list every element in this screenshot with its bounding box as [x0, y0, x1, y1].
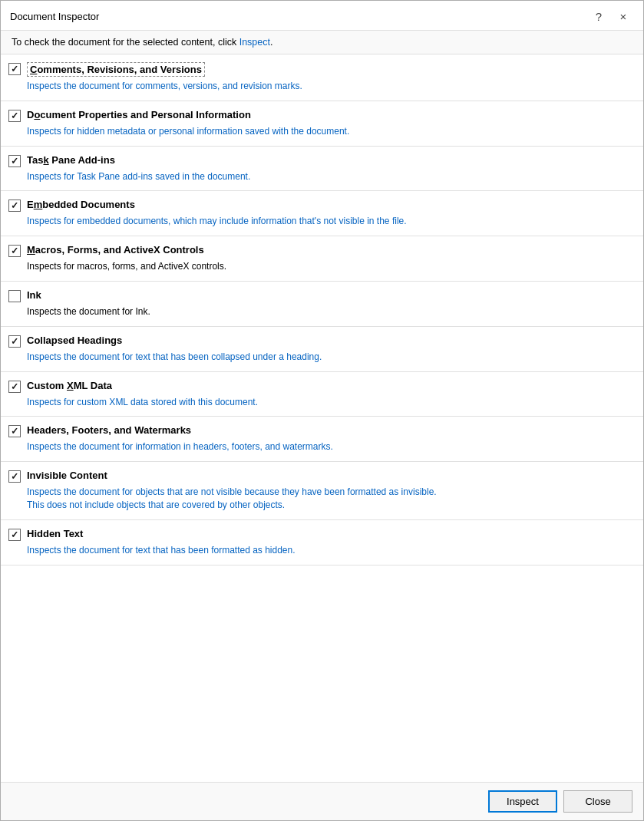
checkbox-headers-footers[interactable]: [8, 425, 21, 437]
checkbox-macros-forms[interactable]: [8, 245, 21, 257]
item-desc-collapsed-headings: Inspects the document for text that has …: [8, 351, 632, 364]
inspect-button[interactable]: Inspect: [488, 790, 557, 813]
item-row-invisible-content: Invisible ContentInspects the document f…: [1, 462, 643, 520]
item-desc-custom-xml: Inspects for custom XML data stored with…: [8, 396, 632, 409]
item-header-hidden-text: Hidden Text: [8, 528, 632, 541]
item-row-macros-forms: Macros, Forms, and ActiveX ControlsInspe…: [1, 236, 643, 282]
checkbox-embedded-docs[interactable]: [8, 199, 21, 212]
item-label-task-pane-addins: Task Pane Add-ins: [27, 154, 115, 166]
item-label-hidden-text: Hidden Text: [27, 528, 83, 539]
checkbox-wrap-embedded-docs: [8, 199, 21, 212]
checkbox-custom-xml[interactable]: [8, 381, 21, 393]
item-desc-macros-forms: Inspects for macros, forms, and ActiveX …: [8, 260, 632, 273]
item-desc-task-pane-addins: Inspects for Task Pane add-ins saved in …: [8, 170, 632, 183]
checkbox-comments-revisions[interactable]: [8, 63, 21, 75]
item-header-invisible-content: Invisible Content: [8, 470, 632, 483]
instruction-bar: To check the document for the selected c…: [1, 31, 643, 54]
item-label-headers-footers: Headers, Footers, and Watermarks: [27, 424, 191, 436]
checkbox-wrap-collapsed-headings: [8, 335, 21, 348]
footer: Inspect Close: [1, 782, 643, 820]
title-controls: ? ×: [588, 7, 634, 25]
item-row-custom-xml: Custom XML DataInspects for custom XML d…: [1, 372, 643, 417]
content-area: Comments, Revisions, and VersionsInspect…: [1, 54, 643, 782]
item-row-ink: InkInspects the document for Ink.: [1, 282, 643, 327]
help-button[interactable]: ?: [588, 7, 609, 25]
document-inspector-dialog: Document Inspector ? × To check the docu…: [0, 0, 644, 821]
checkbox-wrap-hidden-text: [8, 529, 21, 541]
instruction-text: To check the document for the selected c…: [12, 37, 239, 48]
item-label-custom-xml: Custom XML Data: [27, 380, 112, 391]
item-row-doc-properties: Document Properties and Personal Informa…: [1, 101, 643, 147]
checkbox-wrap-headers-footers: [8, 425, 21, 437]
dialog-title: Document Inspector: [10, 11, 99, 22]
item-header-doc-properties: Document Properties and Personal Informa…: [8, 109, 632, 122]
item-header-ink: Ink: [8, 289, 632, 302]
item-label-ink: Ink: [27, 289, 41, 301]
checkbox-wrap-custom-xml: [8, 381, 21, 393]
item-row-task-pane-addins: Task Pane Add-insInspects for Task Pane …: [1, 147, 643, 192]
checkbox-hidden-text[interactable]: [8, 529, 21, 541]
close-button[interactable]: Close: [563, 790, 632, 813]
item-desc-doc-properties: Inspects for hidden metadata or personal…: [8, 125, 632, 138]
item-label-invisible-content: Invisible Content: [27, 470, 107, 481]
item-row-embedded-docs: Embedded DocumentsInspects for embedded …: [1, 191, 643, 236]
item-header-comments-revisions: Comments, Revisions, and Versions: [8, 62, 632, 77]
item-desc-headers-footers: Inspects the document for information in…: [8, 440, 632, 453]
checkbox-task-pane-addins[interactable]: [8, 155, 21, 167]
item-header-collapsed-headings: Collapsed Headings: [8, 335, 632, 348]
item-header-headers-footers: Headers, Footers, and Watermarks: [8, 424, 632, 437]
item-row-hidden-text: Hidden TextInspects the document for tex…: [1, 520, 643, 565]
item-label-collapsed-headings: Collapsed Headings: [27, 335, 122, 346]
checkbox-wrap-comments-revisions: [8, 63, 21, 75]
title-bar-left: Document Inspector: [10, 11, 99, 22]
item-header-custom-xml: Custom XML Data: [8, 380, 632, 393]
item-label-macros-forms: Macros, Forms, and ActiveX Controls: [27, 244, 204, 256]
checkbox-wrap-macros-forms: [8, 245, 21, 257]
item-header-macros-forms: Macros, Forms, and ActiveX Controls: [8, 244, 632, 257]
checkbox-wrap-doc-properties: [8, 110, 21, 122]
item-desc-hidden-text: Inspects the document for text that has …: [8, 544, 632, 557]
close-title-button[interactable]: ×: [613, 7, 634, 25]
checkbox-wrap-ink: [8, 290, 21, 302]
item-label-embedded-docs: Embedded Documents: [27, 199, 135, 210]
items-list: Comments, Revisions, and VersionsInspect…: [1, 54, 643, 565]
item-row-headers-footers: Headers, Footers, and WatermarksInspects…: [1, 417, 643, 462]
item-label-comments-revisions: Comments, Revisions, and Versions: [27, 62, 205, 77]
item-row-comments-revisions: Comments, Revisions, and VersionsInspect…: [1, 54, 643, 101]
checkbox-doc-properties[interactable]: [8, 110, 21, 122]
item-desc-invisible-content: Inspects the document for objects that a…: [8, 486, 632, 512]
item-row-collapsed-headings: Collapsed HeadingsInspects the document …: [1, 327, 643, 372]
item-desc-embedded-docs: Inspects for embedded documents, which m…: [8, 215, 632, 228]
items-scroll-container[interactable]: Comments, Revisions, and VersionsInspect…: [1, 54, 643, 782]
item-desc-ink: Inspects the document for Ink.: [8, 305, 632, 318]
checkbox-wrap-task-pane-addins: [8, 155, 21, 167]
checkbox-invisible-content[interactable]: [8, 470, 21, 483]
checkbox-ink[interactable]: [8, 290, 21, 302]
checkbox-wrap-invisible-content: [8, 470, 21, 483]
item-desc-comments-revisions: Inspects the document for comments, vers…: [8, 80, 632, 93]
title-bar: Document Inspector ? ×: [1, 1, 643, 31]
item-label-doc-properties: Document Properties and Personal Informa…: [27, 109, 251, 120]
checkbox-collapsed-headings[interactable]: [8, 335, 21, 348]
inspect-link[interactable]: Inspect: [239, 37, 270, 48]
item-header-task-pane-addins: Task Pane Add-ins: [8, 154, 632, 167]
item-header-embedded-docs: Embedded Documents: [8, 199, 632, 212]
